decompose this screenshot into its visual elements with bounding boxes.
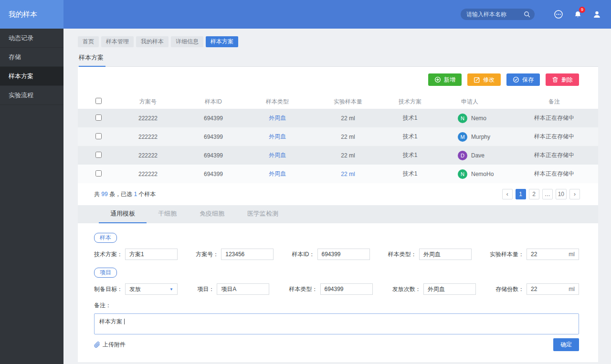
form-row-project: 制备目标： 发放▼ 项目： 样本类型： 发放次数： <box>94 283 579 295</box>
pagination-page-10[interactable]: 10 <box>556 189 567 199</box>
user-icon[interactable] <box>591 9 602 20</box>
breadcrumb-sample-plan[interactable]: 样本方案 <box>206 36 238 47</box>
search-input[interactable] <box>466 11 523 18</box>
upload-attachment-link[interactable]: 上传附件 <box>94 341 126 349</box>
cell-remark: 样本正在存储中 <box>510 133 598 141</box>
selection-summary: 共 99 条，已选 1 个样本 <box>94 190 156 198</box>
row-checkbox[interactable] <box>95 152 102 158</box>
plan-no-input[interactable] <box>225 251 269 258</box>
project-input[interactable] <box>221 286 265 292</box>
sidebar-item-experiment-flow[interactable]: 实验流程 <box>0 86 63 105</box>
row-checkbox[interactable] <box>95 133 102 139</box>
pagination-prev[interactable]: ‹ <box>502 189 513 199</box>
avatar: N <box>458 169 467 179</box>
header-sample-type: 样本类型 <box>250 98 305 106</box>
cell-sample-type-link[interactable]: 外周血 <box>250 114 305 122</box>
table-footer: 共 99 条，已选 1 个样本 ‹ 1 2 … 10 › <box>78 183 598 205</box>
project-field[interactable] <box>217 283 269 295</box>
row-checkbox[interactable] <box>95 114 102 121</box>
select-all-checkbox[interactable] <box>95 98 102 104</box>
cell-amount: 22 ml <box>305 115 391 122</box>
save-button[interactable]: 保存 <box>506 73 540 86</box>
text-cursor <box>124 319 125 324</box>
cell-sample-type-link[interactable]: 外周血 <box>250 170 305 178</box>
edit-button-label: 修改 <box>483 76 495 84</box>
cell-sample-type-link[interactable]: 外周血 <box>250 151 305 159</box>
delete-button-label: 删除 <box>561 76 573 84</box>
plan-no-field[interactable] <box>221 249 274 260</box>
sample-amount-label: 实验样本量： <box>490 250 524 259</box>
table-row[interactable]: 222222 694399 外周血 22 ml 技术1 N Nemo 样本正在存… <box>78 109 598 127</box>
sidebar-item-sample-plan[interactable]: 样本方案 <box>0 67 63 86</box>
content-card: 新增 修改 保存 删除 方案号 样本ID <box>78 67 598 362</box>
delete-button[interactable]: 删除 <box>546 73 579 86</box>
sidebar-item-storage[interactable]: 存储 <box>0 48 63 67</box>
header-sample-amount: 实验样本量 <box>305 98 391 106</box>
app-window: 我的样本 9 动态记录 存储 样本方案 实验流程 <box>0 0 611 364</box>
sample-type-field[interactable] <box>419 249 472 260</box>
cell-amount: 22 ml <box>305 134 391 140</box>
search-icon[interactable] <box>523 10 531 18</box>
more-icon[interactable] <box>553 9 564 20</box>
pagination-next[interactable]: › <box>569 189 580 199</box>
bell-icon[interactable]: 9 <box>572 9 583 20</box>
table-row[interactable]: 222222 694399 外周血 22 ml 技术1 N NemoHo 样本正… <box>78 165 598 183</box>
breadcrumb-detail-info[interactable]: 详细信息 <box>171 36 203 47</box>
form-bottom-row: 上传附件 确定 <box>94 338 579 351</box>
remark-textarea[interactable]: 样本方案 <box>94 313 579 334</box>
add-button[interactable]: 新增 <box>428 73 462 86</box>
tab-general-template[interactable]: 通用模板 <box>99 205 147 223</box>
confirm-button[interactable]: 确定 <box>553 338 579 351</box>
cell-applicant: D Dave <box>429 151 510 160</box>
applicant-name: Dave <box>471 152 485 159</box>
applicant-name: NemoHo <box>471 171 494 177</box>
pagination-page-1[interactable]: 1 <box>516 189 526 199</box>
sample-amount-input[interactable] <box>531 251 566 258</box>
breadcrumb-sample-management[interactable]: 样本管理 <box>101 36 134 47</box>
header-remark: 备注 <box>510 98 598 106</box>
prepare-target-value: 发放 <box>129 285 141 293</box>
sample-id-label: 样本ID： <box>292 250 315 259</box>
cell-tech-plan: 技术1 <box>391 133 429 141</box>
pagination-page-2[interactable]: 2 <box>529 189 539 199</box>
tech-plan-input[interactable] <box>129 251 173 258</box>
breadcrumb-home[interactable]: 首页 <box>78 36 99 47</box>
tab-stem-cell[interactable]: 干细胞 <box>147 205 188 223</box>
pagination-ellipsis[interactable]: … <box>542 189 553 199</box>
cell-tech-plan: 技术1 <box>391 114 429 122</box>
release-count-field[interactable] <box>423 283 476 295</box>
prepare-target-select[interactable]: 发放▼ <box>125 283 178 295</box>
header-sample-id: 样本ID <box>177 98 250 106</box>
sample-id-input[interactable] <box>322 251 366 258</box>
tab-immune-cell[interactable]: 免疫细胞 <box>188 205 236 223</box>
storage-count-field[interactable]: ml <box>527 283 579 295</box>
breadcrumb-my-samples[interactable]: 我的样本 <box>136 36 169 47</box>
header-plan-no: 方案号 <box>119 98 177 106</box>
table-row[interactable]: 222222 694399 外周血 22 ml 技术1 D Dave 样本正在存… <box>78 146 598 165</box>
table-row[interactable]: 222222 694399 外周血 22 ml 技术1 M Murphy 样本正… <box>78 127 598 146</box>
tab-medical-testing[interactable]: 医学监检测 <box>236 205 290 223</box>
template-tabs: 通用模板 干细胞 免疫细胞 医学监检测 <box>78 205 598 223</box>
release-count-input[interactable] <box>428 286 472 292</box>
chevron-down-icon[interactable]: ▼ <box>169 287 173 291</box>
sample-amount-field[interactable]: ml <box>527 249 579 260</box>
header-tech-plan: 技术方案 <box>391 98 429 106</box>
sample-id-field[interactable] <box>317 249 370 260</box>
sample-type-input[interactable] <box>423 251 467 258</box>
sidebar-item-activity-log[interactable]: 动态记录 <box>0 29 63 48</box>
sample-type2-field[interactable] <box>320 283 373 295</box>
form-row-sample: 技术方案： 方案号： 样本ID： 样本类型： <box>94 249 579 260</box>
cell-tech-plan: 技术1 <box>391 170 429 178</box>
avatar: D <box>458 151 467 160</box>
sample-type2-input[interactable] <box>325 286 369 292</box>
storage-count-input[interactable] <box>531 286 566 292</box>
add-button-label: 新增 <box>444 76 455 84</box>
row-checkbox[interactable] <box>95 170 102 177</box>
search-box[interactable] <box>461 9 535 20</box>
cell-sample-type-link[interactable]: 外周血 <box>250 133 305 141</box>
edit-button[interactable]: 修改 <box>467 73 501 86</box>
tech-plan-field[interactable] <box>125 249 178 260</box>
release-count-label: 发放次数： <box>392 285 421 293</box>
check-circle-icon <box>513 76 519 83</box>
applicant-name: Nemo <box>471 115 486 122</box>
